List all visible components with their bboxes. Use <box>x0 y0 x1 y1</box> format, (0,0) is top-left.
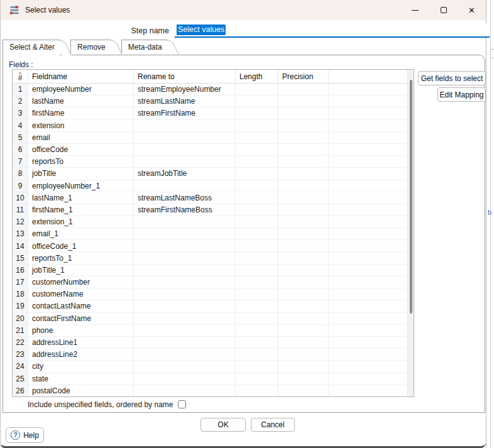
fieldname-cell[interactable]: firstName <box>28 107 134 119</box>
row-number-cell[interactable]: 19 <box>13 300 28 312</box>
rename-to-cell[interactable] <box>134 240 236 252</box>
rename-to-cell[interactable] <box>134 313 236 325</box>
tab-remove[interactable]: Remove <box>70 40 111 54</box>
length-cell[interactable] <box>236 192 278 204</box>
fieldname-cell[interactable]: phone <box>28 325 134 337</box>
fieldname-cell[interactable]: addressLine1 <box>28 337 134 349</box>
rename-to-cell[interactable] <box>134 300 236 312</box>
column-header-precision[interactable]: Precision <box>278 70 329 83</box>
fieldname-cell[interactable]: employeeNumber_1 <box>28 180 134 192</box>
table-row[interactable]: 19contactLastName <box>13 300 414 312</box>
close-button[interactable]: ✕ <box>458 0 486 20</box>
length-cell[interactable] <box>236 96 278 107</box>
tab-select-and-alter[interactable]: Select & Alter <box>3 40 60 55</box>
fieldname-cell[interactable]: lastName <box>28 96 134 107</box>
row-number-cell[interactable]: 10 <box>13 192 28 204</box>
rename-to-cell[interactable]: streamEmployeeNumber <box>134 84 236 96</box>
fieldname-cell[interactable]: employeeNumber <box>28 84 134 96</box>
rename-to-cell[interactable] <box>134 144 236 156</box>
precision-cell[interactable] <box>278 313 329 325</box>
length-cell[interactable] <box>236 288 278 300</box>
row-number-cell[interactable]: 1 <box>13 84 28 96</box>
rename-to-cell[interactable] <box>134 373 236 385</box>
length-cell[interactable] <box>236 144 278 156</box>
fieldname-cell[interactable]: firstName_1 <box>28 204 134 216</box>
length-cell[interactable] <box>236 168 278 180</box>
length-cell[interactable] <box>236 361 278 373</box>
help-button[interactable]: ? Help <box>6 427 44 443</box>
rename-to-cell[interactable] <box>134 349 236 361</box>
length-cell[interactable] <box>236 107 278 119</box>
tab-meta-data[interactable]: Meta-data <box>121 40 167 54</box>
fieldname-cell[interactable]: postalCode <box>28 385 134 397</box>
ok-button[interactable]: OK <box>200 418 246 432</box>
fieldname-cell[interactable]: customerName <box>28 288 134 300</box>
row-number-cell[interactable]: 4 <box>13 120 28 132</box>
maximize-button[interactable] <box>429 0 458 20</box>
rename-to-cell[interactable] <box>134 156 236 168</box>
table-row[interactable]: 1employeeNumberstreamEmployeeNumber <box>13 84 414 96</box>
length-cell[interactable] <box>236 120 278 132</box>
row-number-cell[interactable]: 21 <box>13 325 28 337</box>
row-number-cell[interactable]: 22 <box>13 337 28 349</box>
row-number-cell[interactable]: 25 <box>13 373 28 385</box>
precision-cell[interactable] <box>278 192 329 204</box>
fieldname-cell[interactable]: addressLine2 <box>28 349 134 361</box>
table-row[interactable]: 7reportsTo <box>13 156 414 168</box>
precision-cell[interactable] <box>278 84 329 96</box>
rename-to-cell[interactable]: streamLastName <box>134 96 236 107</box>
row-number-cell[interactable]: 15 <box>13 253 28 265</box>
column-header-rename-to[interactable]: Rename to <box>134 70 236 83</box>
table-row[interactable]: 20contactFirstName <box>13 313 414 325</box>
row-number-cell[interactable]: 2 <box>13 96 28 107</box>
row-number-cell[interactable]: 13 <box>13 228 28 240</box>
rename-to-cell[interactable] <box>134 325 236 337</box>
table-row[interactable]: 11firstName_1streamFirstNameBoss <box>13 204 414 216</box>
table-row[interactable]: 15reportsTo_1 <box>13 253 414 265</box>
fieldname-cell[interactable]: contactLastName <box>28 300 134 312</box>
row-number-cell[interactable]: 14 <box>13 240 28 252</box>
length-cell[interactable] <box>236 325 278 337</box>
rename-to-cell[interactable] <box>134 216 236 228</box>
precision-cell[interactable] <box>278 144 329 156</box>
get-fields-to-select-button[interactable]: Get fields to select <box>418 71 486 85</box>
rename-to-cell[interactable] <box>134 253 236 265</box>
fieldname-cell[interactable]: jobTitle <box>28 168 134 180</box>
precision-cell[interactable] <box>278 325 329 337</box>
precision-cell[interactable] <box>278 216 329 228</box>
cancel-button[interactable]: Cancel <box>251 418 295 432</box>
length-cell[interactable] <box>236 204 278 216</box>
fieldname-cell[interactable]: jobTitle_1 <box>28 265 134 276</box>
length-cell[interactable] <box>236 265 278 276</box>
row-number-cell[interactable]: 18 <box>13 288 28 300</box>
rename-to-cell[interactable] <box>134 288 236 300</box>
precision-cell[interactable] <box>278 204 329 216</box>
precision-cell[interactable] <box>278 349 329 361</box>
rename-to-cell[interactable]: streamLastNameBoss <box>134 192 236 204</box>
fieldname-cell[interactable]: city <box>28 361 134 373</box>
row-number-cell[interactable]: 16 <box>13 265 28 276</box>
length-cell[interactable] <box>236 300 278 312</box>
table-row[interactable]: 18customerName <box>13 288 414 300</box>
fieldname-cell[interactable]: lastName_1 <box>28 192 134 204</box>
fieldname-cell[interactable]: state <box>28 373 134 385</box>
row-number-cell[interactable]: 24 <box>13 361 28 373</box>
precision-cell[interactable] <box>278 228 329 240</box>
table-row[interactable]: 25state <box>13 373 414 385</box>
fieldname-cell[interactable]: extension_1 <box>28 216 134 228</box>
precision-cell[interactable] <box>278 132 329 144</box>
column-header-fieldname[interactable]: Fieldname <box>28 70 134 83</box>
length-cell[interactable] <box>236 253 278 265</box>
table-row[interactable]: 21phone <box>13 325 414 337</box>
precision-cell[interactable] <box>278 385 329 397</box>
length-cell[interactable] <box>236 373 278 385</box>
table-row[interactable]: 5email <box>13 132 414 144</box>
table-row[interactable]: 9employeeNumber_1 <box>13 180 414 192</box>
rename-to-cell[interactable] <box>134 265 236 276</box>
table-row[interactable]: 6officeCode <box>13 144 414 156</box>
precision-cell[interactable] <box>278 265 329 276</box>
column-header-length[interactable]: Length <box>236 70 278 83</box>
table-row[interactable]: 13email_1 <box>13 228 414 240</box>
length-cell[interactable] <box>236 313 278 325</box>
precision-cell[interactable] <box>278 240 329 252</box>
